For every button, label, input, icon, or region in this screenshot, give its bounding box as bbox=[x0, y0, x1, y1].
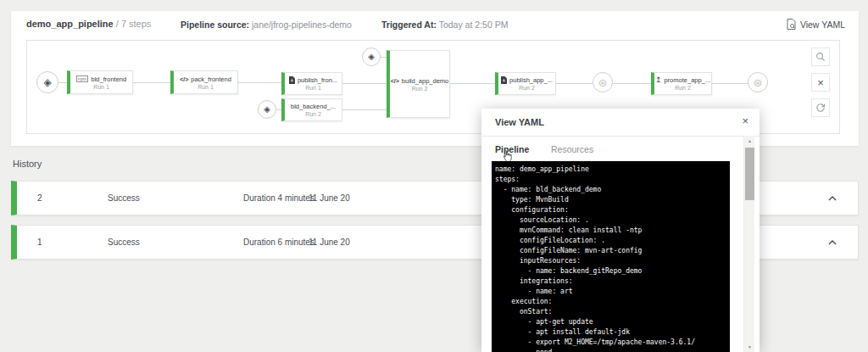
scroll-up-arrow[interactable]: ▲ bbox=[744, 136, 755, 146]
step-node-promote-app[interactable]: ↥ promote_app_... Run 2 bbox=[651, 72, 712, 95]
edge bbox=[450, 83, 495, 84]
step-name: bld_backend_... bbox=[291, 103, 336, 110]
status-badge: Success bbox=[108, 193, 140, 203]
step-run: Run 1 bbox=[93, 84, 109, 90]
zoom-search-button[interactable] bbox=[811, 47, 830, 66]
collapse-row-button[interactable] bbox=[826, 192, 839, 205]
view-yaml-label: View YAML bbox=[800, 20, 845, 30]
modal-header: View YAML × bbox=[481, 109, 760, 137]
step-title: ↥ promote_app_... bbox=[655, 76, 710, 84]
publish-file-icon bbox=[501, 76, 507, 84]
step-title: publish_fron... bbox=[289, 76, 337, 84]
build-info-resource[interactable]: ⊛ bbox=[593, 72, 613, 92]
chevron-up-icon bbox=[828, 196, 837, 201]
page-title: demo_app_pipeline / 7 steps bbox=[26, 19, 151, 29]
edge bbox=[613, 83, 651, 84]
pipeline-source-label: Pipeline source: bbox=[181, 20, 249, 30]
pipeline-source: Pipeline source: jane/jfrog-pipelines-de… bbox=[181, 20, 352, 30]
step-name: publish_fron... bbox=[298, 76, 337, 84]
step-node-bld-frontend[interactable]: npm bld_frontend Run 1 bbox=[67, 70, 133, 94]
edge bbox=[133, 82, 170, 83]
step-title: </> build_app_demo bbox=[391, 77, 449, 85]
build-info-icon: ⊛ bbox=[754, 77, 763, 88]
modal-scrollbar[interactable]: ▲ ▼ bbox=[743, 136, 754, 352]
triggered-at-label: Triggered At: bbox=[381, 20, 437, 30]
collapse-row-button[interactable] bbox=[826, 236, 839, 249]
pipeline-name: demo_app_pipeline bbox=[26, 19, 114, 29]
step-name: build_app_demo bbox=[402, 77, 448, 85]
step-name: bld_frontend bbox=[91, 75, 126, 83]
scroll-down-arrow[interactable]: ▼ bbox=[744, 342, 755, 352]
git-repo-resource[interactable]: ◈ bbox=[362, 47, 381, 66]
edge bbox=[712, 83, 748, 84]
chevron-up-icon bbox=[828, 240, 837, 245]
tab-resources[interactable]: Resources bbox=[551, 144, 593, 154]
modal-title: View YAML bbox=[495, 117, 544, 127]
step-node-pack-frontend[interactable]: </> pack_frontend Run 1 bbox=[170, 70, 238, 94]
modal-close-button[interactable]: × bbox=[742, 115, 748, 126]
status-badge: Success bbox=[108, 237, 140, 247]
run-date: 11 June 20 bbox=[309, 193, 350, 203]
git-repo-icon: ◈ bbox=[43, 77, 51, 87]
refresh-icon bbox=[815, 103, 826, 113]
step-node-bld-backend[interactable]: bld_backend_... Run 2 bbox=[281, 98, 342, 121]
pipeline-source-value: jane/jfrog-pipelines-demo bbox=[252, 20, 352, 30]
publish-file-icon bbox=[289, 76, 295, 84]
step-title: publish_app_... bbox=[501, 76, 553, 84]
history-section-title: History bbox=[13, 159, 42, 169]
build-info-resource[interactable]: ⊛ bbox=[748, 72, 768, 92]
step-name: promote_app_... bbox=[664, 76, 710, 84]
step-run: Run 2 bbox=[675, 85, 691, 91]
view-yaml-button[interactable]: View YAML bbox=[787, 19, 845, 30]
step-run: Run 2 bbox=[412, 86, 428, 92]
close-icon: × bbox=[817, 77, 824, 88]
run-date: 11 June 20 bbox=[309, 237, 350, 247]
step-run: Run 1 bbox=[305, 85, 321, 91]
edge bbox=[238, 82, 281, 83]
promote-icon: ↥ bbox=[655, 76, 662, 84]
refresh-button[interactable] bbox=[811, 98, 830, 117]
search-icon bbox=[815, 52, 826, 62]
step-run: Run 2 bbox=[519, 85, 535, 91]
edge bbox=[342, 83, 387, 84]
git-repo-icon: ◈ bbox=[368, 53, 375, 61]
edge bbox=[381, 57, 387, 58]
run-number: 1 bbox=[37, 237, 42, 247]
pipeline-steps-count: / 7 steps bbox=[116, 19, 152, 29]
close-zoom-button[interactable]: × bbox=[811, 73, 830, 92]
step-node-publish-app[interactable]: publish_app_... Run 2 bbox=[495, 72, 556, 95]
step-run: Run 2 bbox=[305, 111, 321, 117]
scrollbar-thumb[interactable] bbox=[745, 148, 754, 200]
run-duration: Duration 6 minutes bbox=[243, 237, 314, 247]
triggered-at-value: Today at 2:50 PM bbox=[439, 20, 509, 30]
code-icon: </> bbox=[180, 76, 188, 82]
step-title: npm bld_frontend bbox=[76, 75, 126, 83]
step-node-publish-frontend[interactable]: publish_fron... Run 1 bbox=[281, 72, 342, 95]
run-number: 2 bbox=[37, 193, 42, 203]
edge bbox=[58, 82, 67, 83]
triggered-at: Triggered At: Today at 2:50 PM bbox=[381, 20, 508, 30]
step-run: Run 1 bbox=[198, 84, 214, 90]
run-duration: Duration 4 minutes bbox=[243, 193, 314, 203]
step-name: pack_frontend bbox=[191, 75, 231, 83]
code-icon: </> bbox=[391, 78, 399, 84]
edge bbox=[342, 109, 387, 110]
step-name: publish_app_... bbox=[509, 76, 553, 84]
view-yaml-modal: View YAML × Pipeline Resources name: dem… bbox=[481, 109, 760, 352]
yaml-code-block: name: demo_app_pipeline steps: - name: b… bbox=[492, 161, 730, 352]
npm-icon: npm bbox=[76, 75, 89, 82]
build-info-icon: ⊛ bbox=[598, 77, 608, 88]
git-repo-icon: ◈ bbox=[264, 105, 270, 114]
git-repo-resource[interactable]: ◈ bbox=[36, 71, 58, 93]
step-title: </> pack_frontend bbox=[180, 75, 231, 83]
yaml-document-search-icon bbox=[787, 19, 796, 30]
git-repo-resource[interactable]: ◈ bbox=[258, 100, 276, 119]
edge bbox=[556, 83, 593, 84]
step-node-build-app-demo[interactable]: </> build_app_demo Run 2 bbox=[387, 50, 450, 118]
step-title: bld_backend_... bbox=[291, 103, 336, 110]
